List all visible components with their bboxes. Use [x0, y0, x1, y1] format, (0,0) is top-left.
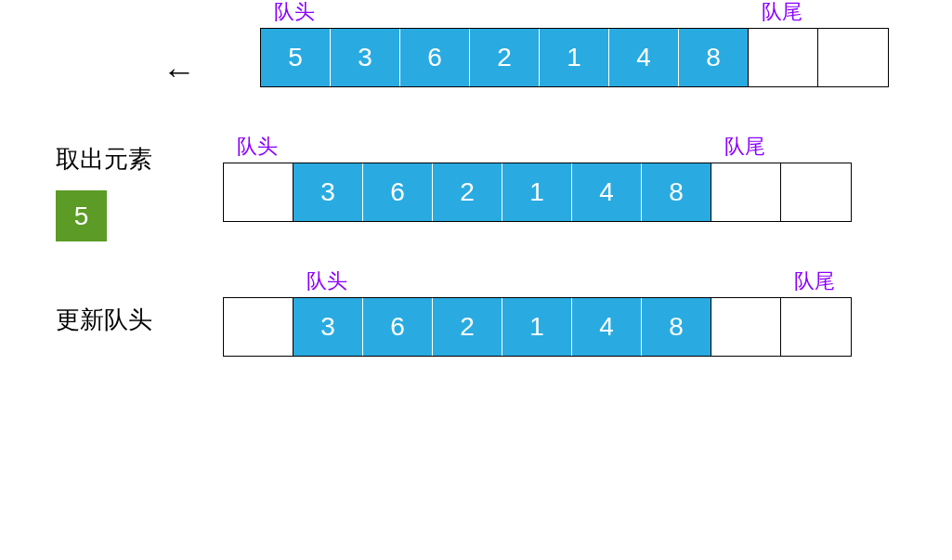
- queue-cell: [818, 29, 888, 86]
- queue-cell: 3: [293, 163, 363, 221]
- head-label-2: 队头: [237, 133, 278, 161]
- queue-state-update-head: 更新队头 队头 队尾 362148: [19, 297, 933, 357]
- queue-cell: 1: [540, 29, 609, 86]
- head-label-3: 队头: [306, 267, 347, 295]
- queue-cell: 6: [363, 298, 433, 356]
- removed-label: 取出元素: [56, 143, 152, 176]
- queue-cell: 2: [470, 29, 540, 86]
- queue-3: 362148: [223, 297, 852, 357]
- queue-cell: 5: [261, 29, 331, 86]
- queue-state-after-remove: 取出元素 5 队头 队尾 362148: [19, 143, 933, 241]
- head-label-1: 队头: [274, 0, 315, 26]
- queue-cell: 1: [502, 298, 572, 356]
- update-label: 更新队头: [56, 304, 152, 336]
- queue-state-initial: ← 队头 队尾 5362148: [19, 28, 933, 87]
- tail-label-2: 队尾: [724, 133, 765, 161]
- queue-cell: [224, 298, 293, 356]
- arrow-left-icon: ←: [163, 55, 196, 88]
- queue-section-1: 队头 队尾 5362148: [260, 28, 889, 87]
- queue-cell: 4: [572, 298, 642, 356]
- tail-label-3: 队尾: [794, 267, 835, 295]
- queue-cell: 8: [679, 29, 749, 86]
- queue-cell: 6: [400, 29, 470, 86]
- removed-element: 5: [56, 190, 107, 241]
- queue-cell: 2: [433, 298, 502, 356]
- queue-cell: 4: [572, 163, 642, 221]
- queue-cell: 6: [363, 163, 433, 221]
- queue-cell: [781, 298, 851, 356]
- queue-cell: [781, 163, 851, 221]
- diagram-container: ← 队头 队尾 5362148 取出元素 5 队头 队尾 362148 更新队头…: [0, 0, 952, 431]
- queue-cell: 1: [502, 163, 572, 221]
- tail-label-1: 队尾: [762, 0, 802, 26]
- queue-section-3: 队头 队尾 362148: [223, 297, 852, 357]
- left-panel-2: 取出元素 5: [19, 143, 223, 241]
- queue-cell: 3: [331, 29, 400, 86]
- queue-cell: 2: [433, 163, 502, 221]
- queue-cell: 8: [642, 298, 711, 356]
- queue-section-2: 队头 队尾 362148: [223, 163, 852, 222]
- queue-cell: [749, 29, 818, 86]
- queue-2: 362148: [223, 163, 852, 222]
- queue-cell: 3: [293, 298, 363, 356]
- queue-1: 5362148: [260, 28, 889, 87]
- queue-cell: [224, 163, 293, 221]
- queue-cell: 8: [642, 163, 711, 221]
- queue-cell: [711, 298, 781, 356]
- queue-cell: [711, 163, 781, 221]
- left-panel-3: 更新队头: [19, 304, 223, 351]
- queue-cell: 4: [609, 29, 679, 86]
